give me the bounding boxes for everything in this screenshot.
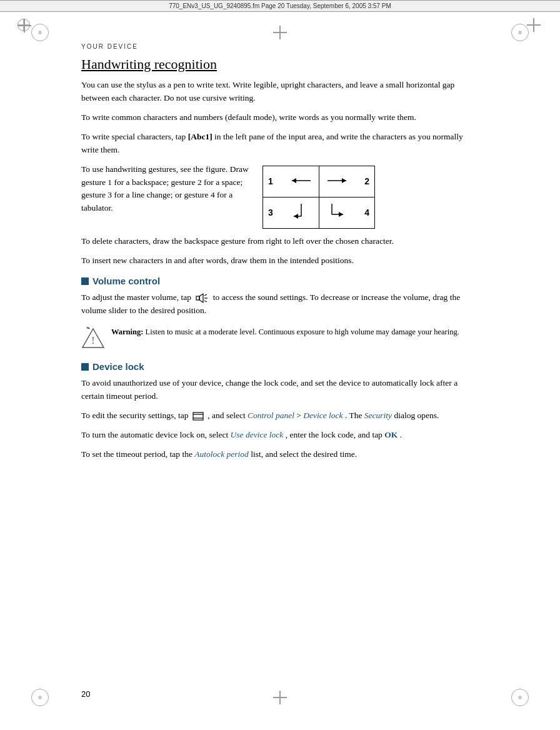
svg-marker-3 [342,178,346,183]
svg-line-12 [204,294,207,296]
warning-box: ! Warning: Listen to music at a moderate… [81,324,479,352]
gesture-cell-1: 1 [263,166,319,197]
warning-icon: ! [81,326,105,350]
svg-rect-10 [196,296,199,300]
device-lock-para1: To avoid unauthorized use of your device… [81,377,479,403]
header-bar: 770_ENv3_US_UG_9240895.fm Page 20 Tuesda… [0,0,560,12]
gesture-cell-4: 4 [319,197,375,228]
header-text: 770_ENv3_US_UG_9240895.fm Page 20 Tuesda… [169,2,391,9]
handwriting-para2: To write common characters and numbers (… [81,111,479,124]
device-lock-link: Device lock [303,411,342,420]
svg-marker-11 [199,294,203,302]
device-lock-heading: Device lock [81,361,479,372]
main-content: Your device Handwriting recognition You … [0,12,560,505]
gesture-cell-3: 3 [263,197,319,228]
svg-rect-17 [193,412,203,420]
security-link: Security [364,411,392,420]
corner-mark-bl [18,692,29,704]
page-container: 770_ENv3_US_UG_9240895.fm Page 20 Tuesda… [0,0,560,730]
corner-mark-tr [528,19,542,34]
warning-text: Warning: Listen to music at a moderate l… [111,326,459,338]
handwriting-para6: To insert new characters in and after wo… [81,254,479,268]
decorative-circle-bl [31,689,49,706]
decorative-circle-br [511,689,529,706]
svg-marker-9 [339,212,343,217]
device-lock-para3: To turn the automatic device lock on, se… [81,429,479,442]
decorative-circle-tr [511,24,529,41]
autolock-period-link: Autolock period [194,449,249,459]
device-lock-para2: To edit the security settings, tap , and… [81,409,479,422]
control-panel-link: Control panel [248,411,294,420]
gesture-text: To use handwriting gestures, see the fig… [81,163,250,216]
speaker-icon [196,292,208,304]
warning-body: Listen to music at a moderate level. Con… [146,328,459,336]
use-device-lock-link: Use device lock [231,430,284,439]
section-label: Your device [81,43,479,50]
gesture-row: To use handwriting gestures, see the fig… [81,163,479,229]
volume-control-heading: Volume control [81,276,479,286]
settings-icon [192,412,204,421]
bottom-center-mark [274,691,286,704]
top-center-mark [274,26,286,39]
ok-text: OK [384,430,398,439]
volume-bullet [81,278,89,285]
decorative-circle-tl [31,24,49,41]
svg-line-14 [204,301,207,302]
handwriting-heading: Handwriting recognition [81,56,479,72]
abc1-code: [Abc1] [188,132,212,141]
svg-marker-6 [294,214,298,219]
handwriting-para1: You can use the stylus as a pen to write… [81,79,479,105]
device-lock-para4: To set the timeout period, tap the Autol… [81,448,479,461]
handwriting-para3: To write special characters, tap [Abc1] … [81,131,479,157]
gesture-table: 1 [262,166,375,229]
warning-label: Warning: [111,328,143,336]
svg-text:!: ! [91,335,94,346]
gesture-cell-2: 2 [319,166,375,197]
device-lock-bullet [81,363,89,371]
page-number: 20 [81,689,90,699]
corner-mark-tl [18,19,32,34]
handwriting-para5: To delete characters, draw the backspace… [81,235,479,248]
svg-marker-1 [292,178,296,183]
volume-para: To adjust the master volume, tap to acce… [81,291,479,318]
